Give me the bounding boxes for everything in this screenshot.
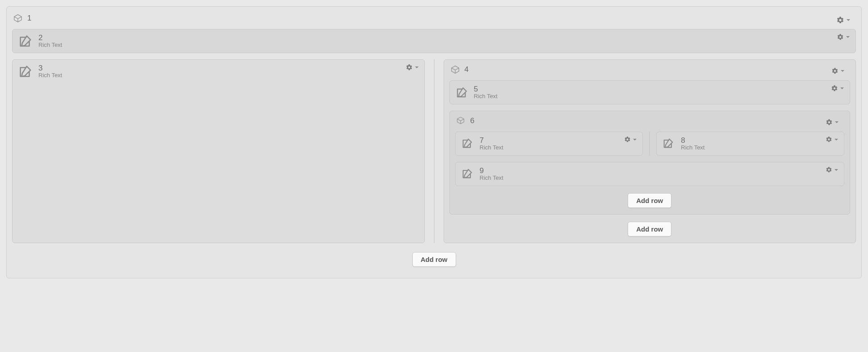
add-row-button-6[interactable]: Add row (628, 193, 671, 208)
container-1[interactable]: 1 2 Rich Text (6, 6, 862, 278)
container-4[interactable]: 4 5 Rich T (444, 59, 856, 243)
rich-text-3[interactable]: 3 Rich Text (12, 59, 425, 243)
rich-text-3-settings[interactable] (404, 62, 421, 72)
container-4-label: 4 (465, 65, 469, 74)
rich-text-7-settings[interactable] (622, 135, 639, 144)
edit-icon (662, 137, 675, 150)
rich-text-2-type: Rich Text (38, 42, 62, 49)
rich-text-9[interactable]: 9 Rich Text (455, 162, 845, 186)
rich-text-8-type: Rich Text (681, 145, 704, 151)
edit-icon (461, 137, 474, 150)
add-row-button-1[interactable]: Add row (412, 252, 456, 267)
edit-icon (18, 33, 33, 49)
rich-text-9-label: 9 (480, 166, 503, 175)
edit-icon (18, 64, 33, 79)
cube-icon (456, 116, 466, 126)
cube-icon (450, 65, 460, 75)
rich-text-5[interactable]: 5 Rich Text (449, 80, 851, 104)
rich-text-3-label: 3 (38, 64, 62, 73)
rich-text-8-label: 8 (681, 136, 704, 145)
rich-text-7[interactable]: 7 Rich Text (455, 132, 643, 156)
container-6-settings[interactable] (824, 117, 841, 127)
rich-text-7-label: 7 (480, 136, 503, 145)
add-row-button-4[interactable]: Add row (628, 222, 671, 236)
rich-text-5-label: 5 (474, 85, 498, 94)
rich-text-8-settings[interactable] (824, 135, 840, 144)
container-1-settings[interactable] (834, 15, 852, 25)
rich-text-2-settings[interactable] (835, 32, 852, 42)
rich-text-2[interactable]: 2 Rich Text (12, 29, 856, 53)
rich-text-8[interactable]: 8 Rich Text (656, 132, 844, 156)
edit-icon (461, 167, 474, 181)
rich-text-9-settings[interactable] (824, 165, 840, 174)
rich-text-5-settings[interactable] (829, 83, 846, 93)
rich-text-7-type: Rich Text (480, 145, 503, 151)
rich-text-5-type: Rich Text (474, 93, 498, 100)
cube-icon (13, 13, 23, 23)
column-divider[interactable] (648, 132, 651, 156)
edit-icon (455, 86, 469, 99)
container-6[interactable]: 6 (449, 111, 851, 215)
rich-text-9-type: Rich Text (480, 175, 503, 182)
container-6-label: 6 (470, 116, 474, 125)
rich-text-2-label: 2 (38, 33, 62, 42)
column-divider[interactable] (433, 59, 436, 243)
rich-text-3-type: Rich Text (38, 72, 62, 79)
container-4-settings[interactable] (830, 66, 847, 76)
container-1-label: 1 (27, 14, 31, 23)
